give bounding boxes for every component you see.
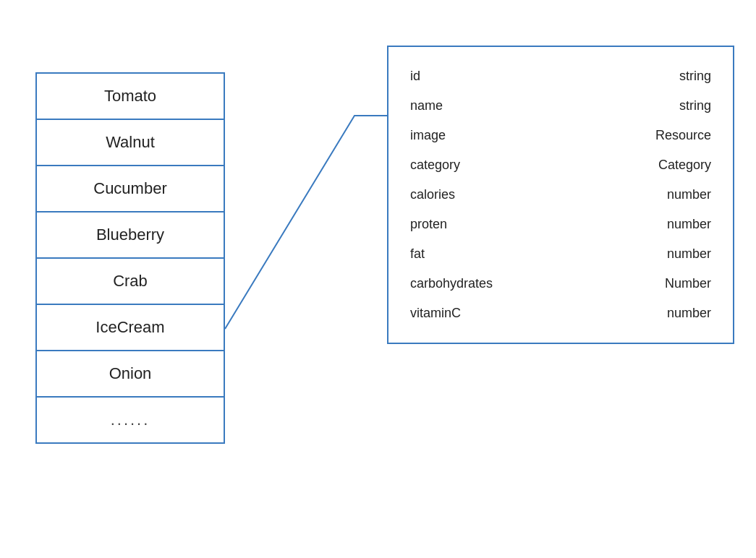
schema-field-name: calories [410,187,455,202]
schema-box: idstringnamestringimageResourcecategoryC… [387,46,734,344]
schema-field-type: Number [665,276,711,291]
schema-field-name: image [410,128,446,143]
list-item[interactable]: ...... [37,398,224,442]
schema-field-name: fat [410,246,425,262]
schema-field-name: carbohydrates [410,276,493,291]
schema-row: imageResource [410,121,711,150]
schema-field-name: vitaminC [410,306,461,321]
schema-row: carbohydratesNumber [410,269,711,299]
list-item[interactable]: Onion [37,351,224,398]
schema-row: namestring [410,91,711,121]
schema-row: caloriesnumber [410,180,711,210]
schema-row: fatnumber [410,239,711,269]
schema-field-type: number [667,306,711,321]
schema-field-type: number [667,187,711,202]
schema-field-type: number [667,246,711,262]
schema-row: categoryCategory [410,150,711,180]
main-container: TomatoWalnutCucumberBlueberryCrabIceCrea… [0,0,756,558]
schema-row: idstring [410,61,711,91]
list-item[interactable]: IceCream [37,305,224,351]
schema-field-type: Category [658,158,711,173]
food-list: TomatoWalnutCucumberBlueberryCrabIceCrea… [35,72,225,444]
list-item[interactable]: Blueberry [37,213,224,259]
schema-field-name: proten [410,217,447,232]
list-item[interactable]: Tomato [37,74,224,120]
schema-row: vitaminCnumber [410,299,711,328]
schema-field-name: category [410,158,460,173]
schema-field-type: string [679,98,711,113]
schema-row: protennumber [410,210,711,239]
schema-field-type: number [667,217,711,232]
schema-field-name: id [410,69,420,84]
schema-field-type: string [679,69,711,84]
list-item[interactable]: Cucumber [37,166,224,213]
schema-field-type: Resource [655,128,711,143]
list-item[interactable]: Crab [37,259,224,305]
schema-field-name: name [410,98,443,113]
list-item[interactable]: Walnut [37,120,224,166]
